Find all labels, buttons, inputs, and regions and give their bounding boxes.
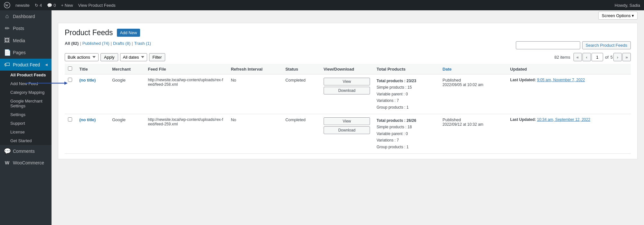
dashboard-icon: ⌂ (4, 13, 10, 20)
row1-refresh-interval: No (228, 74, 282, 114)
row1-check (65, 74, 76, 114)
apply-button[interactable]: Apply (100, 53, 118, 61)
table-row: (no title) Google http://newsite.local/w… (65, 74, 631, 114)
row2-merchant: Google (109, 114, 145, 153)
next-page-button[interactable]: › (613, 53, 622, 61)
col-check (65, 64, 76, 74)
media-icon: 🖼 (4, 37, 10, 44)
row2-download-button[interactable]: Download (324, 126, 370, 134)
admin-menu: ⌂ Dashboard ✏ Posts 🖼 Media 📄 Pages 🏷 Pr… (0, 10, 52, 225)
total-pages: 5 (611, 55, 613, 60)
product-feed-icon: 🏷 (4, 61, 10, 68)
sidebar-item-label: WooCommerce (13, 160, 44, 165)
comments-count: 0 (53, 3, 56, 8)
row1-download-button[interactable]: Download (324, 87, 370, 94)
col-total-products: Total Products (373, 64, 439, 74)
product-feeds-table: Title Merchant Feed File Refresh Interva… (65, 64, 631, 154)
row1-updated: Last Updated: 9:05 am, November 7, 2022 (507, 74, 631, 114)
updates-icon: ↻ (35, 3, 38, 8)
screen-options-button[interactable]: Screen Options ▾ (598, 12, 638, 20)
row2-date: Published 2022/09/12 at 10:32 am (439, 114, 507, 153)
add-new-button[interactable]: Add New (117, 29, 140, 37)
comments-link[interactable]: 💬 0 (47, 3, 56, 8)
comments-icon: 💬 (47, 3, 52, 8)
col-refresh-interval: Refresh Interval (228, 64, 282, 74)
col-title: Title (76, 64, 109, 74)
row1-date: Published 2022/09/05 at 10:02 am (439, 74, 507, 114)
sidebar-item-woocommerce[interactable]: W WooCommerce (0, 157, 52, 168)
sidebar-item-product-feed[interactable]: 🏷 Product Feed ◀ (0, 59, 52, 71)
filter-all-link[interactable]: All (82) (65, 41, 79, 46)
sidebar-item-dashboard[interactable]: ⌂ Dashboard (0, 10, 52, 22)
row2-feed-file: http://newsite.local/wp-content/uploads/… (145, 114, 228, 153)
submenu-category-mapping[interactable]: Category Mapping (0, 88, 52, 97)
chevron-left-icon: ◀ (45, 63, 48, 66)
row1-status: Completed (282, 74, 320, 114)
row2-status: Completed (282, 114, 320, 153)
wp-logo-link[interactable]: W (4, 2, 10, 8)
row2-vd-btns: View Download (324, 117, 370, 134)
comments-icon: 💬 (4, 148, 10, 155)
filter-trash-link[interactable]: Trash (1) (134, 41, 151, 46)
bulk-actions-select[interactable]: Bulk actions (65, 53, 99, 61)
sidebar-item-posts[interactable]: ✏ Posts (0, 22, 52, 34)
posts-icon: ✏ (4, 25, 10, 32)
updates-link[interactable]: ↻ 4 (35, 3, 42, 8)
pages-icon: 📄 (4, 49, 10, 56)
row1-view-button[interactable]: View (324, 78, 370, 85)
search-input[interactable] (516, 41, 580, 49)
row1-title-link[interactable]: (no title) (79, 78, 96, 83)
row2-view-button[interactable]: View (324, 117, 370, 125)
site-name-link[interactable]: newsite (15, 3, 30, 8)
filter-drafts-link[interactable]: Drafts (8) (113, 41, 130, 46)
select-all-checkbox[interactable] (68, 66, 72, 71)
first-page-button[interactable]: « (573, 53, 582, 61)
tablenav-right: 82 items « ‹ of 5 › » (554, 53, 631, 61)
row1-view-download: View Download (320, 74, 374, 114)
admin-bar: W newsite ↻ 4 💬 0 + New View Product Fee… (0, 0, 644, 10)
screen-options-bar: Screen Options ▾ (52, 10, 644, 20)
sidebar-item-pages[interactable]: 📄 Pages (0, 46, 52, 59)
filter-button[interactable]: Filter (149, 53, 166, 61)
sidebar-item-comments[interactable]: 💬 Comments (0, 145, 52, 157)
view-feeds-label: View Product Feeds (78, 3, 116, 8)
new-content-link[interactable]: + New (61, 3, 73, 8)
page-title: Product Feeds (65, 28, 113, 37)
content-wrap: Product Feeds Add New All (82) | Publish… (58, 23, 638, 159)
submenu-settings[interactable]: Settings (0, 110, 52, 119)
row2-total-products: Total products : 26/26 Simple products :… (373, 114, 439, 153)
submenu-support[interactable]: Support (0, 119, 52, 128)
search-button[interactable]: Search Product Feeds (582, 41, 631, 49)
sidebar-item-label: Media (13, 38, 25, 43)
woocommerce-icon: W (4, 160, 10, 165)
submenu-add-new-feed[interactable]: Add New Feed (0, 79, 52, 88)
sidebar-item-label: Pages (13, 50, 26, 55)
row2-updated-link[interactable]: 10:34 am, September 12, 2022 (537, 117, 590, 122)
last-page-button[interactable]: » (622, 53, 631, 61)
submenu-google-merchant-settings[interactable]: Google Merchant Settings (0, 97, 52, 110)
col-view-download: View/Download (320, 64, 374, 74)
view-feeds-link[interactable]: View Product Feeds (78, 3, 116, 8)
sidebar-item-media[interactable]: 🖼 Media (0, 34, 52, 46)
date-sort-link[interactable]: Date (442, 67, 451, 72)
row1-feed-file: http://newsite.local/wp-content/uploads/… (145, 74, 228, 114)
row2-checkbox[interactable] (68, 117, 72, 122)
site-name: newsite (15, 3, 30, 8)
row1-checkbox[interactable] (68, 78, 72, 82)
date-filter-select[interactable]: All dates (120, 53, 147, 61)
svg-text:W: W (5, 4, 8, 7)
row2-title: (no title) (76, 114, 109, 153)
new-content-label: + New (61, 3, 73, 8)
filter-published-link[interactable]: Published (74) (82, 41, 109, 46)
row1-updated-link[interactable]: 9:05 am, November 7, 2022 (537, 78, 585, 82)
current-page-input[interactable] (592, 53, 603, 61)
sidebar-item-label: Product Feed (13, 62, 40, 67)
row1-merchant: Google (109, 74, 145, 114)
page-title-area: Product Feeds Add New (65, 28, 631, 37)
row1-title: (no title) (76, 74, 109, 114)
submenu-license[interactable]: License (0, 128, 52, 136)
row2-title-link[interactable]: (no title) (79, 117, 96, 122)
prev-page-button[interactable]: ‹ (582, 53, 591, 61)
submenu-all-product-feeds[interactable]: All Product Feeds (0, 71, 52, 79)
submenu-get-started[interactable]: Get Started (0, 136, 52, 145)
